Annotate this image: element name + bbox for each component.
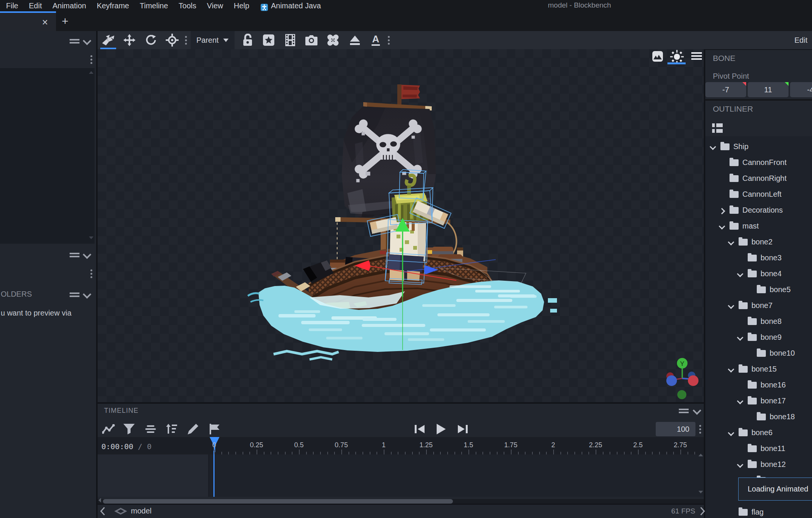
menu-animated-java[interactable]: Animated Java [271, 0, 326, 11]
chevron-down-icon[interactable] [728, 303, 734, 309]
pivot-z-input[interactable]: -4 [790, 82, 812, 97]
outliner-label[interactable]: bone10 [770, 349, 795, 358]
eject-button[interactable] [347, 31, 362, 49]
panel-drag-handle-icon[interactable] [70, 39, 79, 44]
outliner-label[interactable]: CannonLeft [742, 190, 781, 199]
scroll-down-icon[interactable] [89, 236, 93, 239]
chevron-right-icon[interactable] [719, 208, 725, 215]
outliner-label[interactable]: Decorations [742, 206, 783, 215]
pivot-x-input[interactable]: -7 [705, 82, 746, 97]
outliner-row-bone3[interactable]: bone3 [705, 250, 812, 266]
panel-drag-handle-icon-3[interactable] [70, 292, 79, 297]
timeline-body[interactable]: 0:00:00 / 0 00.250.50.7511.251.51.7522.2… [98, 437, 704, 497]
skip-end-button[interactable] [458, 422, 468, 436]
timeline-track-area[interactable] [210, 454, 704, 497]
panel-fold-icon[interactable] [84, 38, 90, 44]
chevron-down-icon[interactable] [737, 462, 744, 468]
chevron-down-icon[interactable] [737, 334, 744, 341]
move-tool-button[interactable] [122, 31, 137, 49]
play-button[interactable] [437, 422, 446, 436]
outliner-label[interactable]: bone4 [761, 269, 782, 278]
tab-close-button[interactable]: × [39, 17, 51, 28]
pivot-tool-button[interactable] [165, 31, 180, 49]
outliner-label[interactable]: bone6 [751, 428, 773, 437]
edit-keyframe-button[interactable] [188, 422, 198, 436]
chevron-down-icon[interactable] [737, 271, 744, 277]
status-prev-icon[interactable] [99, 506, 107, 518]
outliner-label[interactable]: Ship [733, 142, 748, 151]
menu-view[interactable]: View [202, 0, 229, 11]
chevron-down-icon[interactable] [728, 430, 734, 436]
outliner-row-bone6[interactable]: bone6 [705, 425, 812, 441]
menu-help[interactable]: Help [229, 0, 255, 11]
outliner-row-bone4[interactable]: bone4 [705, 266, 812, 282]
star-button[interactable] [261, 31, 276, 49]
outliner-row-bone9[interactable]: bone9 [705, 330, 812, 346]
lock-button[interactable] [240, 31, 255, 49]
outliner-row-mast[interactable]: mast [705, 219, 812, 235]
outliner-label[interactable]: bone9 [761, 333, 782, 342]
scroll-up-icon[interactable] [89, 71, 93, 74]
timeline-menu-dots[interactable] [699, 425, 702, 434]
scrollbar-thumb[interactable] [103, 499, 453, 504]
outliner-row-flag[interactable]: flag [705, 505, 812, 518]
rotate-tool-button[interactable] [143, 31, 159, 49]
outliner-row-bone17[interactable]: bone17 [705, 394, 812, 409]
scroll-left-icon[interactable] [98, 498, 101, 502]
menu-tools[interactable]: Tools [173, 0, 202, 11]
timeline-zoom-input[interactable]: 100 [656, 422, 695, 436]
outliner-row-bone15[interactable]: bone15 [705, 362, 812, 378]
outliner-label[interactable]: bone8 [761, 317, 782, 326]
timeline-fold-icon[interactable] [694, 408, 700, 414]
mode-tab-edit[interactable]: Edit [795, 31, 807, 49]
outliner-label[interactable]: mast [742, 222, 759, 230]
flag-button[interactable] [210, 422, 219, 436]
panel-fold-icon-2[interactable] [84, 252, 90, 258]
outliner-label[interactable]: CannonRight [742, 174, 787, 183]
outliner-label[interactable]: bone17 [761, 397, 786, 405]
outliner-label[interactable]: bone18 [770, 412, 795, 421]
timeline-drag-handle-icon[interactable] [679, 409, 689, 413]
axis-ball-z[interactable] [666, 375, 677, 386]
outliner-label[interactable]: flag [751, 508, 764, 516]
new-tab-button[interactable]: + [59, 14, 72, 28]
outliner-label[interactable]: bone5 [770, 285, 791, 294]
panel-menu-dots[interactable] [90, 55, 93, 64]
panel-menu-dots-2[interactable] [90, 269, 93, 278]
tab-active[interactable]: × [0, 11, 56, 31]
outliner-row-bone8[interactable]: bone8 [705, 314, 812, 330]
outliner-row-bone5[interactable]: bone5 [705, 282, 812, 298]
keyframe-interpolation-dropdown[interactable]: Parent [191, 31, 235, 49]
plaster-button[interactable] [325, 31, 341, 49]
viewport-canvas[interactable]: Y [98, 49, 704, 402]
vscroll-up-icon[interactable] [698, 454, 703, 456]
vscroll-down-icon[interactable] [698, 491, 703, 493]
background-image-button[interactable] [652, 51, 663, 62]
outliner-row-CannonFront[interactable]: CannonFront [705, 155, 812, 171]
outliner-label[interactable]: CannonFront [742, 158, 787, 167]
outliner-row-bone7[interactable]: bone7 [705, 298, 812, 314]
film-button[interactable] [283, 31, 298, 49]
panel-drag-handle-icon-2[interactable] [70, 253, 79, 257]
text-format-button[interactable]: A [368, 31, 383, 49]
outliner-toggle-button[interactable] [712, 123, 723, 135]
outliner-row-bone16[interactable]: bone16 [705, 378, 812, 394]
outliner-label[interactable]: bone15 [751, 365, 777, 373]
outliner-label[interactable]: bone12 [761, 460, 786, 469]
outliner-row-bone11[interactable]: bone11 [705, 441, 812, 457]
chevron-down-icon[interactable] [719, 223, 725, 230]
sort-button[interactable] [166, 422, 177, 436]
pivot-y-input[interactable]: 11 [748, 82, 789, 97]
menu-file[interactable]: File [0, 0, 23, 11]
chevron-down-icon[interactable] [728, 366, 734, 373]
toolbar-overflow-dots[interactable] [184, 31, 188, 49]
pose-tool-button[interactable] [101, 31, 116, 49]
axis-ball-y-neg[interactable] [677, 390, 686, 399]
timeline-scrollbar[interactable] [98, 499, 704, 504]
outliner-row-Ship[interactable]: Ship [705, 139, 812, 155]
stack-button[interactable] [145, 422, 156, 436]
menu-timeline[interactable]: Timeline [134, 0, 173, 11]
axis-ball-x[interactable] [688, 375, 698, 386]
outliner-label[interactable]: bone3 [761, 254, 782, 262]
outliner-row-Decorations[interactable]: Decorations [705, 203, 812, 219]
